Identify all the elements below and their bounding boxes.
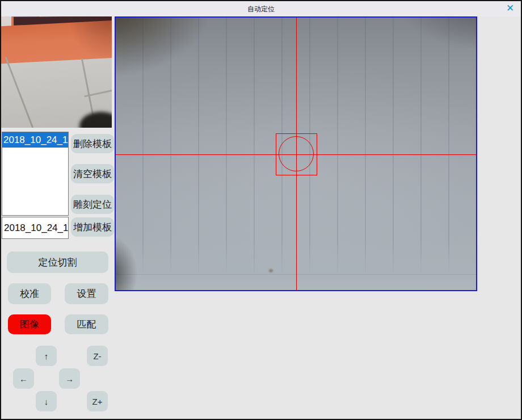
calibrate-button[interactable]: 校准 (8, 283, 51, 304)
auto-position-dialog: 自动定位 ✕ 2018_10_24_11 删除模板 清空模板 雕刻定位 增加模板… (0, 0, 522, 420)
add-template-button[interactable]: 增加模板 (71, 217, 114, 237)
jog-right-button[interactable]: → (59, 368, 80, 389)
target-circle (279, 136, 314, 171)
delete-template-button[interactable]: 删除模板 (71, 134, 114, 153)
z-plus-button[interactable]: Z+ (87, 391, 108, 411)
camera-view[interactable] (115, 16, 477, 291)
jog-up-button[interactable]: ↑ (36, 346, 57, 366)
engrave-position-button[interactable]: 雕刻定位 (71, 195, 114, 214)
z-minus-button[interactable]: Z- (87, 346, 108, 366)
template-name-input[interactable] (2, 217, 69, 239)
clear-templates-button[interactable]: 清空模板 (71, 164, 114, 183)
settings-button[interactable]: 设置 (65, 283, 108, 304)
template-thumbnail (1, 16, 112, 128)
window-title: 自动定位 (1, 5, 521, 14)
image-button[interactable]: 图像 (8, 314, 51, 334)
title-bar: 自动定位 ✕ (1, 1, 521, 16)
jog-left-button[interactable]: ← (13, 368, 34, 389)
thumbnail-shading (1, 16, 112, 128)
jog-down-button[interactable]: ↓ (36, 391, 57, 411)
camera-speck (269, 269, 273, 272)
template-list-item[interactable]: 2018_10_24_11 (2, 132, 68, 148)
template-list[interactable]: 2018_10_24_11 (2, 132, 69, 216)
match-button[interactable]: 匹配 (65, 314, 108, 334)
position-cut-button[interactable]: 定位切割 (7, 251, 108, 273)
close-icon[interactable]: ✕ (504, 3, 516, 14)
